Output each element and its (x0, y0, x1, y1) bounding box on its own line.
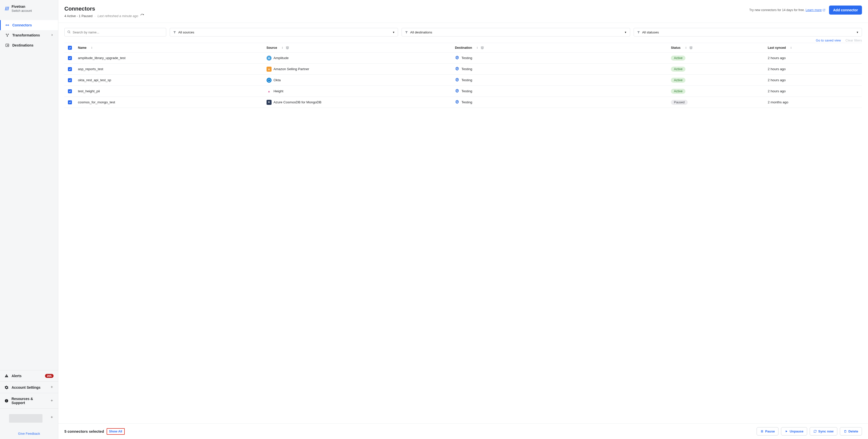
refresh-button[interactable] (140, 13, 144, 18)
status-badge: Active (671, 78, 685, 83)
sidebar-item-label: Destinations (12, 43, 33, 47)
gear-icon (4, 385, 8, 389)
last-synced-text: 2 hours ago (768, 67, 785, 71)
connector-name: test_height_pii (78, 89, 100, 93)
sidebar-item-destinations[interactable]: Destinations (0, 40, 58, 50)
source-name: Height (274, 89, 283, 93)
column-header-name[interactable]: Name (75, 46, 264, 50)
group-icon (689, 46, 693, 50)
destinations-icon (5, 43, 9, 47)
row-checkbox[interactable] (68, 67, 72, 71)
expand-icon (50, 385, 54, 389)
source-name: Amplitude (274, 56, 289, 60)
alerts-count-badge: 205 (45, 374, 54, 378)
sidebar-header: Fivetran Switch account (0, 0, 58, 15)
connector-name: asp_reports_test (78, 67, 103, 71)
show-all-button[interactable]: Show All (106, 428, 125, 435)
destination-name: Testing (461, 56, 472, 60)
column-header-last-synced[interactable]: Last synced (765, 46, 862, 50)
switch-account-link[interactable]: Switch account (11, 9, 32, 12)
svg-rect-17 (761, 431, 762, 433)
expand-icon (50, 415, 54, 420)
row-checkbox[interactable] (68, 89, 72, 93)
delete-button[interactable]: Delete (840, 427, 862, 436)
destination-name: Testing (461, 67, 472, 71)
caret-down-icon: ▼ (624, 31, 627, 34)
pause-button[interactable]: Pause (756, 427, 778, 436)
account-settings-label: Account Settings (11, 385, 40, 389)
source-name: Azure CosmosDB for MongoDB (274, 100, 321, 104)
sidebar-item-alerts[interactable]: Alerts 205 (0, 370, 58, 381)
column-header-destination[interactable]: Destination (452, 46, 668, 50)
table-row[interactable]: okta_rest_api_test_sp ◯ Okta Testing Act… (64, 75, 862, 86)
resources-support-label: Resources & Support (11, 397, 47, 405)
sidebar-item-connectors[interactable]: Connectors (0, 20, 58, 30)
search-input-wrapper[interactable] (64, 28, 166, 36)
table-row[interactable]: cosmos_for_mongo_test ✦ Azure CosmosDB f… (64, 97, 862, 108)
last-synced-text: 2 hours ago (768, 89, 785, 93)
chevron-right-icon (51, 33, 54, 37)
table-row[interactable]: test_height_pii ▲ Height Testing Active … (64, 86, 862, 97)
group-icon (480, 46, 484, 50)
sidebar-item-transformations[interactable]: Transformations (0, 30, 58, 40)
sidebar-item-resources-support[interactable]: Resources & Support (0, 393, 58, 408)
source-icon: a (267, 67, 272, 72)
learn-more-link[interactable]: Learn more (806, 8, 822, 12)
expand-icon (50, 399, 54, 403)
caret-down-icon: ▼ (856, 31, 859, 34)
table-row[interactable]: asp_reports_test a Amazon Selling Partne… (64, 64, 862, 75)
play-icon (785, 430, 788, 433)
sync-now-button[interactable]: Sync now (810, 427, 837, 436)
status-badge: Active (671, 56, 685, 61)
bottom-actions: Pause Unpause Sync now Delete (756, 427, 862, 436)
last-synced-text: 2 hours ago (768, 78, 785, 82)
sidebar: Fivetran Switch account Connectors Trans… (0, 0, 58, 439)
brand-name: Fivetran (11, 4, 32, 8)
funnel-icon (405, 31, 408, 34)
sidebar-item-placeholder[interactable] (0, 409, 58, 428)
row-checkbox[interactable] (68, 100, 72, 104)
saved-view-link[interactable]: Go to saved view (816, 38, 841, 42)
status-badge: Active (671, 67, 685, 72)
external-link-icon (823, 8, 826, 11)
trial-text: Try new connectors for 14 days for free.… (749, 8, 826, 12)
give-feedback-link[interactable]: Give Feedback (0, 428, 58, 439)
filter-bar: All sources ▼ All destinations ▼ All sta… (64, 28, 862, 36)
sync-icon (813, 430, 817, 433)
filter-sources-dropdown[interactable]: All sources ▼ (170, 28, 398, 36)
separator-dot: · (95, 14, 96, 18)
select-all-checkbox[interactable] (68, 46, 72, 50)
add-connector-button[interactable]: Add connector (829, 5, 862, 14)
search-input[interactable] (73, 30, 163, 34)
unpause-button[interactable]: Unpause (781, 427, 807, 436)
filter-destinations-label: All destinations (410, 30, 432, 34)
sidebar-nav: Connectors Transformations Destinations (0, 20, 58, 50)
table-body: amplitude_library_upgrade_test A Amplitu… (64, 53, 862, 108)
row-checkbox[interactable] (68, 78, 72, 82)
filter-destinations-dropdown[interactable]: All destinations ▼ (402, 28, 630, 36)
sort-icon (790, 46, 792, 49)
alert-icon (4, 374, 8, 378)
page-title: Connectors (64, 5, 144, 12)
sidebar-item-account-settings[interactable]: Account Settings (0, 382, 58, 393)
fivetran-logo (4, 6, 9, 11)
connector-name: cosmos_for_mongo_test (78, 100, 115, 104)
row-checkbox[interactable] (68, 56, 72, 60)
last-refreshed-text: Last refreshed a minute ago (98, 14, 138, 18)
trash-icon (844, 430, 847, 433)
column-header-source[interactable]: Source (264, 46, 453, 50)
connectors-table: Name Source Destination (64, 43, 862, 108)
sort-icon (476, 46, 478, 49)
table-row[interactable]: amplitude_library_upgrade_test A Amplitu… (64, 53, 862, 64)
sidebar-item-label: Transformations (12, 33, 40, 37)
svg-point-0 (6, 25, 7, 26)
connectors-icon (5, 23, 9, 27)
sidebar-item-label: Connectors (12, 23, 32, 27)
svg-point-4 (7, 36, 7, 36)
column-header-status[interactable]: Status (668, 46, 765, 50)
destination-icon (455, 66, 459, 72)
selection-count-text: 5 connectors selected (64, 429, 104, 434)
funnel-icon (637, 31, 640, 34)
destination-name: Testing (461, 89, 472, 93)
filter-statuses-dropdown[interactable]: All statuses ▼ (634, 28, 862, 36)
